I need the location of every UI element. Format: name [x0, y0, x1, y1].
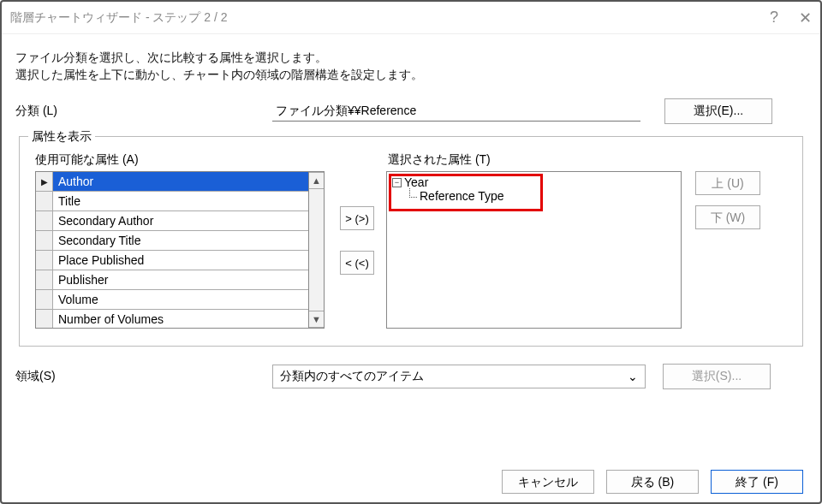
tree-node-root[interactable]: − Year — [392, 175, 676, 189]
tree-node-child[interactable]: Reference Type — [409, 189, 676, 203]
chevron-down-icon: ⌄ — [628, 370, 638, 383]
instructions: ファイル分類を選択し、次に比較する属性を選択します。 選択した属性を上下に動かし… — [15, 50, 807, 83]
list-item[interactable]: Title — [36, 192, 308, 211]
list-scrollbar[interactable]: ▲ ▼ — [309, 171, 325, 329]
move-right-button[interactable]: > (>) — [340, 206, 374, 230]
list-item[interactable]: Volume — [36, 290, 308, 310]
help-icon[interactable]: ? — [770, 9, 778, 27]
list-item[interactable]: Secondary Title — [36, 231, 308, 251]
scope-combobox[interactable]: 分類内のすべてのアイテム ⌄ — [272, 365, 646, 388]
close-icon[interactable]: ✕ — [799, 9, 812, 27]
titlebar-buttons: ? ✕ — [770, 9, 812, 27]
scroll-up-icon[interactable]: ▲ — [309, 172, 324, 189]
move-left-button[interactable]: < (<) — [340, 251, 374, 275]
tree-collapse-icon[interactable]: − — [392, 178, 402, 187]
window-title: 階層チャートウィザード - ステップ 2 / 2 — [10, 10, 228, 26]
available-attributes-label: 使用可能な属性 (A) — [35, 152, 328, 168]
list-item[interactable]: Number of Volumes — [36, 310, 308, 329]
move-up-button[interactable]: 上 (U) — [695, 171, 760, 195]
instruction-line-2: 選択した属性を上下に動かし、チャート内の領域の階層構造を設定します。 — [15, 67, 807, 84]
instruction-line-1: ファイル分類を選択し、次に比較する属性を選択します。 — [15, 50, 807, 67]
back-button[interactable]: 戻る (B) — [606, 470, 699, 494]
list-item[interactable]: Place Published — [36, 251, 308, 270]
tree-child-label: Reference Type — [420, 189, 504, 203]
scope-label: 領域(S) — [15, 369, 255, 384]
classification-label: 分類 (L) — [15, 104, 255, 119]
selected-attributes-tree[interactable]: − Year Reference Type — [386, 171, 682, 329]
classification-input[interactable] — [272, 102, 640, 122]
move-down-button[interactable]: 下 (W) — [695, 205, 760, 229]
dialog-footer: キャンセル 戻る (B) 終了 (F) — [502, 470, 803, 494]
scope-value: 分類内のすべてのアイテム — [280, 369, 424, 384]
attributes-fieldset: 属性を表示 使用可能な属性 (A) Author Title Secondary… — [19, 136, 803, 347]
finish-button[interactable]: 終了 (F) — [711, 470, 803, 494]
list-item[interactable]: Publisher — [36, 270, 308, 290]
list-item[interactable]: Author — [36, 172, 308, 192]
cancel-button[interactable]: キャンセル — [502, 470, 594, 494]
fieldset-legend: 属性を表示 — [28, 129, 95, 145]
title-bar: 階層チャートウィザード - ステップ 2 / 2 ? ✕ — [2, 2, 820, 34]
scope-select-button[interactable]: 選択(S)... — [663, 364, 771, 389]
available-attributes-list[interactable]: Author Title Secondary Author Secondary … — [35, 171, 309, 329]
scroll-down-icon[interactable]: ▼ — [309, 311, 324, 328]
list-item[interactable]: Secondary Author — [36, 211, 308, 231]
classification-select-button[interactable]: 選択(E)... — [664, 98, 772, 124]
selected-attributes-label: 選択された属性 (T) — [388, 152, 787, 168]
